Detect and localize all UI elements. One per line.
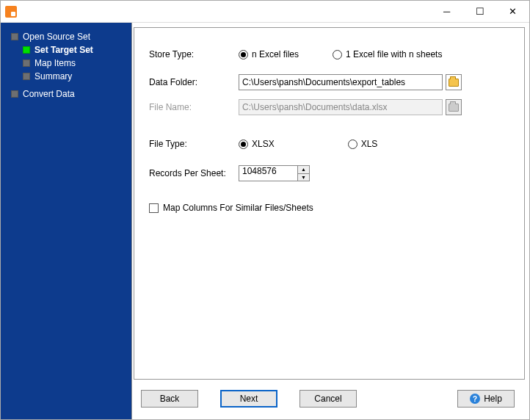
data-folder-input[interactable]: C:\Users\pansh\Documents\export_tables bbox=[239, 74, 443, 90]
content-panel: Store Type: n Excel files 1 Excel file w… bbox=[131, 23, 529, 419]
sidebar-item-label: Map Items bbox=[35, 58, 76, 68]
store-type-one-file-radio[interactable]: 1 Excel file with n sheets bbox=[333, 49, 442, 59]
store-type-n-files-radio[interactable]: n Excel files bbox=[239, 49, 299, 59]
help-icon: ? bbox=[470, 394, 480, 404]
spinner-up-button[interactable]: ▲ bbox=[297, 165, 310, 173]
back-button[interactable]: Back bbox=[141, 390, 198, 408]
sidebar-item-label: Open Source Set bbox=[23, 32, 90, 42]
records-per-sheet-label: Records Per Sheet: bbox=[149, 168, 239, 178]
radio-label: XLSX bbox=[252, 139, 275, 149]
checkbox-label: Map Columns For Similar Files/Sheets bbox=[163, 203, 313, 213]
sidebar-item-convert-data[interactable]: Convert Data bbox=[11, 89, 131, 99]
file-type-label: File Type: bbox=[149, 139, 239, 149]
file-name-input: C:\Users\pansh\Documents\data.xlsx bbox=[239, 99, 443, 115]
records-per-sheet-spinner[interactable]: 1048576 ▲ ▼ bbox=[239, 165, 310, 181]
radio-icon bbox=[239, 140, 248, 149]
checkbox-icon bbox=[149, 203, 159, 213]
step-box-icon bbox=[23, 46, 30, 54]
step-box-icon bbox=[23, 59, 30, 67]
help-button[interactable]: ? Help bbox=[457, 390, 515, 408]
radio-label: 1 Excel file with n sheets bbox=[346, 49, 442, 59]
wizard-sidebar: Open Source Set Set Target Set Map Items… bbox=[1, 23, 131, 419]
maximize-button[interactable]: ☐ bbox=[463, 1, 496, 22]
next-button[interactable]: Next bbox=[220, 390, 277, 408]
file-type-xls-radio[interactable]: XLS bbox=[348, 139, 378, 149]
radio-icon bbox=[333, 50, 342, 59]
radio-icon bbox=[239, 50, 248, 59]
sidebar-item-label: Convert Data bbox=[23, 89, 75, 99]
sidebar-item-set-target-set[interactable]: Set Target Set bbox=[23, 45, 131, 55]
help-label: Help bbox=[484, 394, 502, 404]
wizard-window: ─ ☐ ✕ Open Source Set Set Target Set Map… bbox=[0, 0, 530, 420]
form-area: Store Type: n Excel files 1 Excel file w… bbox=[134, 27, 525, 380]
sidebar-item-label: Summary bbox=[35, 71, 72, 82]
data-folder-label: Data Folder: bbox=[149, 77, 239, 87]
step-box-icon bbox=[11, 90, 18, 98]
step-box-icon bbox=[11, 33, 18, 40]
close-button[interactable]: ✕ bbox=[496, 1, 529, 22]
sidebar-item-label: Set Target Set bbox=[35, 45, 93, 55]
map-columns-checkbox[interactable]: Map Columns For Similar Files/Sheets bbox=[149, 203, 511, 213]
radio-icon bbox=[348, 140, 357, 149]
sidebar-item-open-source-set[interactable]: Open Source Set bbox=[11, 32, 131, 42]
sidebar-item-map-items[interactable]: Map Items bbox=[23, 58, 131, 68]
cancel-button[interactable]: Cancel bbox=[300, 390, 357, 408]
file-name-label: File Name: bbox=[149, 102, 239, 112]
spinner-down-button[interactable]: ▼ bbox=[297, 173, 310, 182]
file-name-browse-button bbox=[446, 99, 462, 115]
footer-buttons: Back Next Cancel ? Help bbox=[134, 383, 525, 415]
folder-icon bbox=[449, 104, 459, 112]
records-per-sheet-input[interactable]: 1048576 bbox=[239, 165, 297, 181]
app-icon bbox=[5, 6, 17, 18]
folder-icon bbox=[449, 79, 459, 87]
store-type-label: Store Type: bbox=[149, 49, 239, 59]
step-box-icon bbox=[23, 73, 30, 80]
titlebar: ─ ☐ ✕ bbox=[1, 1, 529, 23]
data-folder-browse-button[interactable] bbox=[446, 74, 462, 90]
minimize-button[interactable]: ─ bbox=[430, 1, 463, 22]
file-type-xlsx-radio[interactable]: XLSX bbox=[239, 139, 275, 149]
sidebar-item-summary[interactable]: Summary bbox=[23, 71, 131, 82]
radio-label: n Excel files bbox=[252, 49, 299, 59]
radio-label: XLS bbox=[361, 139, 378, 149]
